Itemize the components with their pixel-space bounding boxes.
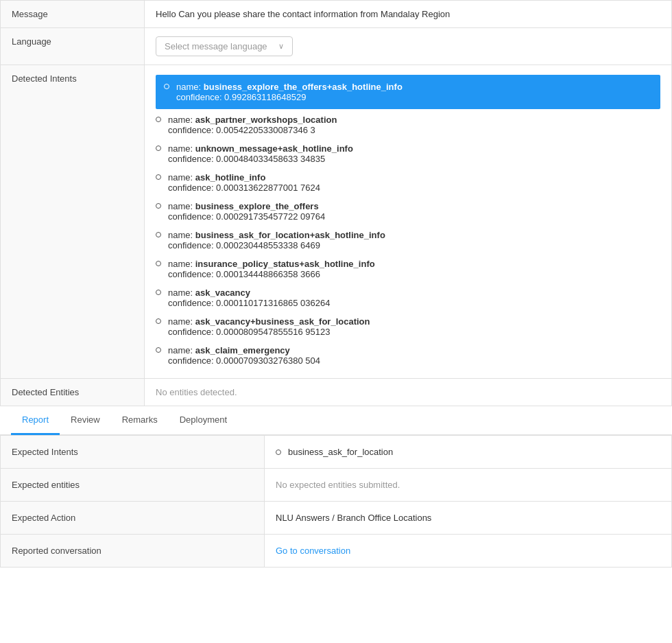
expected-intents-row: Expected Intents business_ask_for_locati…	[1, 436, 672, 469]
intent-name: name: business_explore_the_offers	[168, 201, 325, 211]
chevron-down-icon: ∨	[278, 42, 284, 51]
detected-intents-label: Detected Intents	[1, 65, 145, 379]
intent-confidence: confidence: 0.992863118648529	[176, 92, 403, 102]
intent-item: name: ask_hotline_infoconfidence: 0.0003…	[156, 168, 660, 197]
intent-confidence: confidence: 0.00542205330087346 3	[168, 125, 337, 135]
intent-confidence: confidence: 0.000484033458633 34835	[168, 154, 353, 164]
reported-conversation-content: Go to conversation	[265, 535, 672, 568]
tab-review[interactable]: Review	[60, 406, 111, 435]
main-content: Message Hello Can you please share the c…	[0, 0, 672, 406]
intent-confidence: confidence: 0.000291735457722 09764	[168, 211, 325, 222]
expected-intent-item: business_ask_for_location	[276, 447, 660, 457]
intent-name: name: ask_claim_emergency	[168, 345, 320, 355]
intent-item: name: unknown_message+ask_hotline_infoco…	[156, 139, 660, 168]
intent-item: name: business_explore_the_offers+ask_ho…	[156, 75, 660, 109]
intent-item: name: ask_claim_emergencyconfidence: 0.0…	[156, 341, 660, 370]
message-row: Message Hello Can you please share the c…	[1, 1, 672, 28]
no-expected-entities-text: No expected entities submitted.	[276, 480, 400, 490]
bullet-icon	[156, 232, 161, 237]
intent-confidence: confidence: 0.000110171316865 036264	[168, 298, 330, 308]
intent-name: name: ask_partner_workshops_location	[168, 115, 337, 125]
tab-remarks[interactable]: Remarks	[111, 406, 169, 435]
bullet-icon	[156, 145, 161, 151]
tabs-container: ReportReviewRemarksDeployment	[0, 406, 672, 435]
detected-intents-content: name: business_explore_the_offers+ask_ho…	[145, 65, 672, 379]
bullet-icon	[156, 117, 161, 122]
expected-entities-content: No expected entities submitted.	[265, 469, 672, 502]
message-label: Message	[1, 1, 145, 28]
expected-action-content: NLU Answers / Branch Office Locations	[265, 502, 672, 535]
intent-confidence: confidence: 0.000230448553338 6469	[168, 240, 385, 250]
intent-confidence: confidence: 0.0000809547855516 95123	[168, 327, 370, 337]
tab-deployment[interactable]: Deployment	[169, 406, 238, 435]
detected-entities-content: No entities detected.	[145, 379, 672, 406]
intent-list: name: business_explore_the_offers+ask_ho…	[156, 75, 660, 370]
tab-report[interactable]: Report	[11, 406, 60, 435]
detected-intents-row: Detected Intents name: business_explore_…	[1, 65, 672, 379]
message-text: Hello Can you please share the contact i…	[156, 9, 450, 19]
intent-confidence: confidence: 0.000134448866358 3666	[168, 269, 375, 279]
intent-name: name: ask_hotline_info	[168, 172, 320, 183]
expected-intents-content: business_ask_for_location	[265, 436, 672, 469]
intent-confidence: confidence: 0.0000709303276380 504	[168, 355, 320, 366]
intent-item: name: ask_partner_workshops_locationconf…	[156, 110, 660, 139]
expected-action-text: NLU Answers / Branch Office Locations	[276, 513, 431, 523]
message-content: Hello Can you please share the contact i…	[145, 1, 672, 28]
intent-confidence: confidence: 0.000313622877001 7624	[168, 183, 320, 193]
bullet-icon	[156, 203, 161, 209]
expected-entities-label: Expected entities	[1, 469, 265, 502]
expected-action-label: Expected Action	[1, 502, 265, 535]
bullet-icon	[156, 261, 161, 266]
intent-name: name: insurance_policy_status+ask_hotlin…	[168, 259, 375, 269]
expected-intent-text: business_ask_for_location	[288, 447, 393, 457]
intent-name: name: business_explore_the_offers+ask_ho…	[176, 82, 403, 92]
intent-name: name: business_ask_for_location+ask_hotl…	[168, 230, 385, 240]
bullet-icon	[156, 290, 161, 295]
no-entities-text: No entities detected.	[156, 387, 237, 397]
expected-entities-row: Expected entities No expected entities s…	[1, 469, 672, 502]
intent-item: name: ask_vacancyconfidence: 0.000110171…	[156, 283, 660, 312]
bullet-icon	[164, 84, 169, 89]
language-label: Language	[1, 28, 145, 65]
language-row: Language Select message language ∨	[1, 28, 672, 65]
intent-item: name: insurance_policy_status+ask_hotlin…	[156, 255, 660, 283]
language-placeholder: Select message language	[165, 41, 267, 51]
expected-action-row: Expected Action NLU Answers / Branch Off…	[1, 502, 672, 535]
bullet-icon	[156, 318, 161, 324]
intent-item: name: ask_vacancy+business_ask_for_locat…	[156, 312, 660, 341]
bullet-icon	[156, 174, 161, 180]
language-dropdown[interactable]: Select message language ∨	[156, 36, 293, 56]
intent-item: name: business_ask_for_location+ask_hotl…	[156, 226, 660, 255]
reported-conversation-row: Reported conversation Go to conversation	[1, 535, 672, 568]
bullet-icon	[276, 449, 281, 455]
detected-entities-row: Detected Entities No entities detected.	[1, 379, 672, 406]
detected-entities-label: Detected Entities	[1, 379, 145, 406]
intent-name: name: ask_vacancy+business_ask_for_locat…	[168, 316, 370, 327]
bullet-icon	[156, 347, 161, 353]
go-to-conversation-link[interactable]: Go to conversation	[276, 546, 350, 556]
intent-item: name: business_explore_the_offersconfide…	[156, 197, 660, 226]
bottom-section: Expected Intents business_ask_for_locati…	[0, 435, 672, 568]
reported-conversation-label: Reported conversation	[1, 535, 265, 568]
intent-name: name: ask_vacancy	[168, 288, 330, 298]
expected-intents-label: Expected Intents	[1, 436, 265, 469]
language-content: Select message language ∨	[145, 28, 672, 65]
intent-name: name: unknown_message+ask_hotline_info	[168, 143, 353, 154]
